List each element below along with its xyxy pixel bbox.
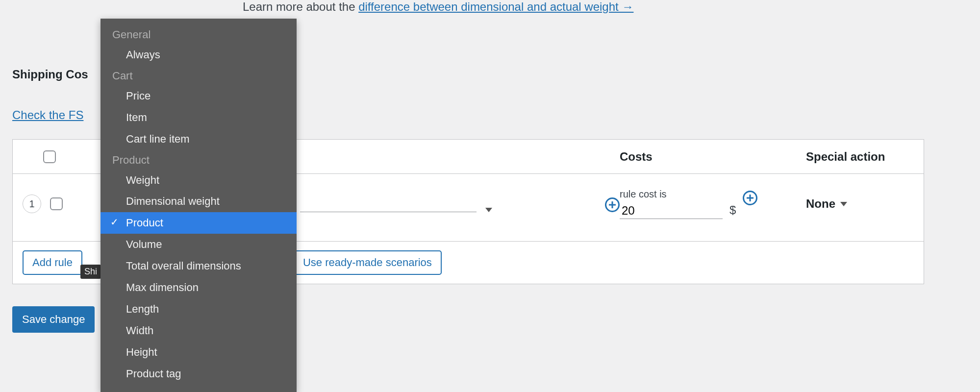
dropdown-item[interactable]: Max dimension bbox=[101, 277, 297, 298]
learn-more-hint: Learn more about the difference between … bbox=[243, 0, 968, 14]
dropdown-item[interactable]: Volume bbox=[101, 234, 297, 255]
dropdown-item[interactable]: Dimensional weight bbox=[101, 191, 297, 212]
add-cost-button[interactable] bbox=[743, 191, 757, 205]
dropdown-item[interactable]: Width bbox=[101, 320, 297, 342]
dropdown-group-label: General bbox=[101, 24, 297, 44]
dropdown-group-label: Cart bbox=[101, 66, 297, 85]
dropdown-item[interactable]: Product tag bbox=[101, 363, 297, 385]
tooltip-chip: Shi bbox=[80, 265, 101, 279]
save-changes-button[interactable]: Save change bbox=[12, 306, 95, 333]
special-action-select[interactable]: None bbox=[806, 197, 847, 211]
dropdown-item[interactable]: Product bbox=[101, 212, 297, 234]
dropdown-item[interactable]: Weight bbox=[101, 170, 297, 191]
add-rule-button[interactable]: Add rule bbox=[23, 250, 82, 275]
header-special-action: Special action bbox=[806, 150, 914, 164]
cost-input[interactable] bbox=[620, 203, 723, 219]
condition-value-input[interactable] bbox=[300, 197, 477, 212]
add-condition-button[interactable] bbox=[605, 197, 620, 212]
check-fs-link[interactable]: Check the FS bbox=[12, 108, 83, 122]
cost-label: rule cost is bbox=[620, 189, 723, 200]
dropdown-item[interactable]: Height bbox=[101, 342, 297, 363]
condition-dropdown[interactable]: GeneralAlwaysCartPriceItemCart line item… bbox=[101, 19, 297, 392]
select-all-checkbox[interactable] bbox=[43, 150, 56, 163]
special-action-value: None bbox=[806, 197, 835, 211]
learn-more-link[interactable]: difference between dimensional and actua… bbox=[358, 0, 633, 13]
dropdown-item[interactable]: Length bbox=[101, 298, 297, 320]
currency-symbol: $ bbox=[729, 203, 736, 219]
header-costs: Costs bbox=[620, 150, 806, 164]
use-scenarios-button[interactable]: Use ready-made scenarios bbox=[293, 250, 442, 275]
chevron-down-icon bbox=[485, 208, 492, 212]
dropdown-item[interactable]: Cart line item bbox=[101, 128, 297, 150]
chevron-down-icon bbox=[840, 202, 847, 206]
dropdown-group-label: Product bbox=[101, 150, 297, 170]
row-order-badge[interactable]: 1 bbox=[23, 195, 41, 213]
learn-more-prefix: Learn more about the bbox=[243, 0, 358, 13]
dropdown-item[interactable]: Total overall dimensions bbox=[101, 255, 297, 277]
row-checkbox[interactable] bbox=[50, 197, 63, 210]
dropdown-item[interactable]: Price bbox=[101, 85, 297, 107]
dropdown-item[interactable]: Always bbox=[101, 44, 297, 66]
dropdown-item[interactable]: Item bbox=[101, 107, 297, 128]
